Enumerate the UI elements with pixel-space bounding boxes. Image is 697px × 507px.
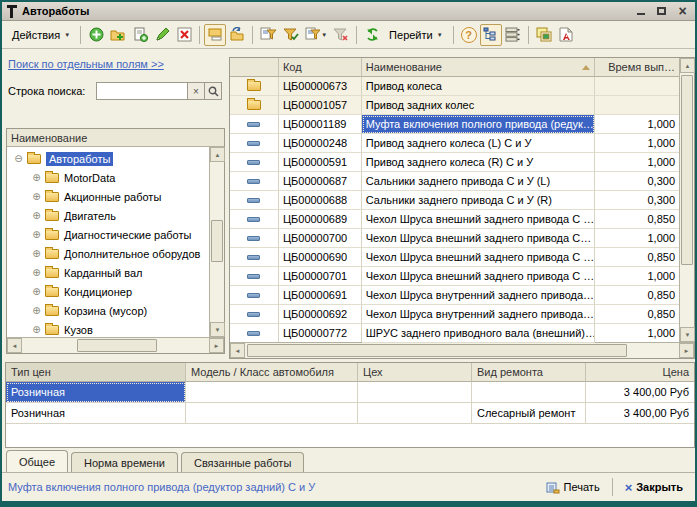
table-row[interactable]: ЦБ00000701Чехол Шруса внешний заднего пр… — [230, 267, 679, 286]
price-type-column-header[interactable]: Тип цен — [6, 363, 186, 382]
code-column-header[interactable]: Код — [279, 58, 362, 77]
table-row-selected[interactable]: ЦБ00001189Муфта включения полного привод… — [230, 115, 679, 134]
table-row[interactable]: ЦБ00000248Привод заднего колеса (L) С и … — [230, 134, 679, 153]
tab-time-norm[interactable]: Норма времени — [71, 452, 178, 472]
price-row-selected[interactable]: Розничная 3 400,00 Руб — [6, 382, 694, 403]
tree-vertical-scrollbar[interactable]: ▲ ▼ — [209, 147, 224, 337]
table-row[interactable]: ЦБ00000772ШРУС заднего приводного вала (… — [230, 324, 679, 343]
table-row[interactable]: ЦБ00000591Привод заднего колеса (R) С и … — [230, 153, 679, 172]
pdf-export-button[interactable] — [555, 24, 577, 46]
works-table: Код Наименование Время вып… ЦБ00000673Пр… — [229, 57, 695, 359]
expand-icon[interactable]: ⊕ — [31, 267, 42, 278]
hierarchy-icon — [208, 28, 223, 42]
search-input[interactable] — [96, 82, 188, 100]
search-by-fields-link[interactable]: Поиск по отдельным полям >> — [8, 58, 164, 70]
help-button[interactable]: ? — [458, 24, 480, 46]
expand-icon[interactable]: ⊕ — [31, 172, 42, 183]
close-form-button[interactable]: × Закрыть — [619, 478, 689, 497]
images-button[interactable] — [533, 24, 555, 46]
titlebar: Автоработы × — [2, 2, 695, 21]
tree-item[interactable]: ⊕Карданный вал — [7, 263, 209, 282]
goto-menu-button[interactable]: Перейти ▼ — [383, 24, 449, 46]
expand-icon[interactable]: ⊕ — [31, 210, 42, 221]
expand-icon[interactable]: ⊕ — [31, 191, 42, 202]
expand-icon[interactable]: ⊕ — [31, 229, 42, 240]
scroll-down-icon[interactable]: ▼ — [680, 327, 695, 342]
add-group-button[interactable] — [107, 24, 129, 46]
table-row[interactable]: ЦБ00000673Привод колеса — [230, 77, 679, 96]
tree-item[interactable]: ⊕Двигатель — [7, 206, 209, 225]
maximize-button[interactable] — [654, 5, 669, 18]
price-row[interactable]: Розничная Слесарный ремонт 3 400,00 Руб — [6, 403, 694, 424]
expand-icon[interactable]: ⊕ — [31, 305, 42, 316]
tree-horizontal-scrollbar[interactable]: ◄ ► — [7, 337, 224, 353]
model-column-header[interactable]: Модель / Класс автомобиля — [186, 363, 358, 382]
actions-menu-button[interactable]: Действия ▼ — [6, 24, 76, 46]
price-column-header[interactable]: Цена — [586, 363, 694, 382]
selected-cell[interactable]: Розничная — [6, 382, 186, 403]
item-icon — [247, 274, 260, 279]
refresh-button[interactable] — [361, 24, 383, 46]
tree-item[interactable]: ⊕Кузов — [7, 320, 209, 337]
tree-item-label: Кондиционер — [64, 286, 132, 298]
time-column-header[interactable]: Время вып… — [595, 58, 679, 77]
clear-filter-button[interactable] — [330, 24, 352, 46]
folder-icon — [247, 81, 261, 91]
table-row[interactable]: ЦБ00001057Привод задних колес — [230, 96, 679, 115]
print-button[interactable]: Печать — [540, 479, 606, 496]
scroll-up-icon[interactable]: ▲ — [680, 58, 695, 73]
tree-view-toggle-button[interactable] — [480, 24, 502, 46]
scroll-right-icon[interactable]: ► — [679, 343, 694, 358]
selected-cell[interactable]: Муфта включения полного привода (редук… — [362, 115, 595, 134]
scroll-up-icon[interactable]: ▲ — [210, 147, 225, 162]
table-vertical-scrollbar[interactable]: ▲ ▼ — [679, 58, 694, 342]
table-row[interactable]: ЦБ00000687Сальники заднего привода С и У… — [230, 172, 679, 191]
tree-item[interactable]: ⊕Акционные работы — [7, 187, 209, 206]
collapse-icon[interactable]: ⊖ — [13, 153, 24, 164]
tree-item[interactable]: ⊕Кондиционер — [7, 282, 209, 301]
close-button[interactable]: × — [675, 5, 690, 18]
name-column-header[interactable]: Наименование — [362, 58, 595, 77]
filter-by-value-button[interactable] — [280, 24, 302, 46]
move-item-button[interactable] — [226, 24, 248, 46]
tree-item[interactable]: ⊕MotorData — [7, 168, 209, 187]
expand-icon[interactable]: ⊕ — [31, 324, 42, 335]
frames-icon — [536, 27, 552, 42]
tab-related-works[interactable]: Связанные работы — [181, 452, 304, 472]
filter-menu-button[interactable]: ▼ — [302, 24, 330, 46]
tree-root-item[interactable]: ⊖ Автоработы — [7, 149, 209, 168]
expand-icon[interactable]: ⊕ — [31, 286, 42, 297]
scroll-left-icon[interactable]: ◄ — [7, 338, 22, 353]
minimize-button[interactable] — [633, 5, 648, 18]
list-view-button[interactable] — [502, 24, 524, 46]
prices-header: Тип цен Модель / Класс автомобиля Цех Ви… — [6, 363, 694, 382]
scroll-right-icon[interactable]: ► — [209, 338, 224, 353]
icon-column-header[interactable] — [230, 58, 279, 77]
copy-button[interactable] — [129, 24, 151, 46]
table-row[interactable]: ЦБ00000692Чехол Шруса внутренний заднего… — [230, 305, 679, 324]
tree-item[interactable]: ⊕Дополнительное оборудов — [7, 244, 209, 263]
shop-column-header[interactable]: Цех — [358, 363, 472, 382]
table-horizontal-scrollbar[interactable]: ◄ ► — [230, 342, 694, 358]
tree-item[interactable]: ⊕Диагностические работы — [7, 225, 209, 244]
edit-button[interactable] — [151, 24, 173, 46]
table-row[interactable]: ЦБ00000688Сальники заднего привода С и У… — [230, 191, 679, 210]
table-row[interactable]: ЦБ00000690Чехол Шруса внешний заднего пр… — [230, 248, 679, 267]
tree-item[interactable]: ⊕Корзина (мусор) — [7, 301, 209, 320]
set-filter-button[interactable] — [257, 24, 280, 46]
add-button[interactable] — [85, 24, 107, 46]
hierarchy-view-button[interactable] — [204, 24, 226, 46]
search-go-button[interactable] — [205, 82, 222, 100]
scroll-left-icon[interactable]: ◄ — [230, 343, 245, 358]
search-clear-button[interactable]: × — [188, 82, 205, 100]
tree-column-header[interactable]: Наименование — [7, 129, 224, 147]
tab-general[interactable]: Общее — [6, 450, 68, 472]
scroll-down-icon[interactable]: ▼ — [210, 322, 225, 337]
expand-icon[interactable]: ⊕ — [31, 248, 42, 259]
repair-type-column-header[interactable]: Вид ремонта — [472, 363, 586, 382]
item-icon — [247, 160, 260, 165]
table-row[interactable]: ЦБ00000689Чехол Шруса внешний заднего пр… — [230, 210, 679, 229]
table-row[interactable]: ЦБ00000700Чехол Шруса внешний заднего пр… — [230, 229, 679, 248]
table-row[interactable]: ЦБ00000691Чехол Шруса внутренний заднего… — [230, 286, 679, 305]
delete-button[interactable] — [173, 24, 195, 46]
